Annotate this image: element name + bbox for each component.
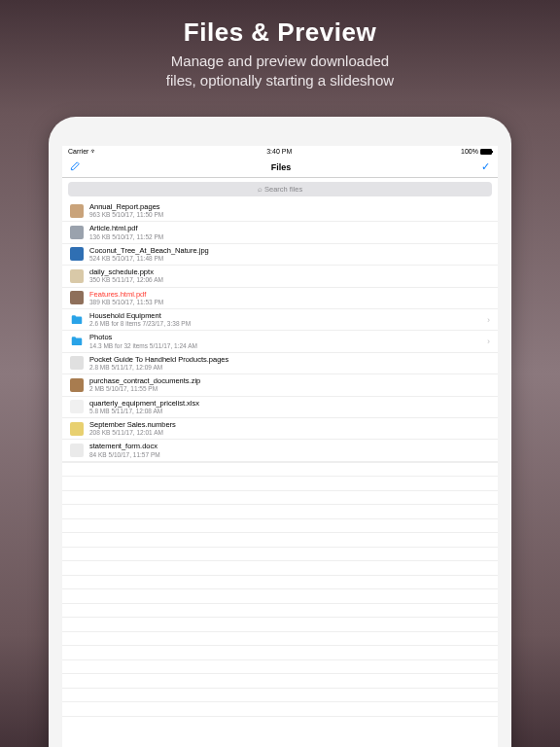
list-item[interactable]: daily_schedule.pptx350 KB 5/11/17, 12:06… bbox=[62, 266, 498, 287]
wifi-icon: ᯤ bbox=[90, 148, 97, 155]
file-detail: 2.6 MB for 8 items 7/23/17, 3:38 PM bbox=[89, 320, 481, 327]
file-detail: 2.8 MB 5/11/17, 12:09 AM bbox=[89, 364, 490, 371]
promo-subtitle: Manage and preview downloaded files, opt… bbox=[19, 52, 541, 89]
file-name: Features.html.pdf bbox=[89, 291, 490, 299]
carrier-label: Carrier bbox=[68, 148, 88, 155]
list-item[interactable]: statement_form.docx84 KB 5/10/17, 11:57 … bbox=[62, 440, 498, 461]
file-detail: 350 KB 5/11/17, 12:06 AM bbox=[89, 276, 490, 283]
file-detail: 84 KB 5/10/17, 11:57 PM bbox=[89, 451, 490, 458]
file-thumbnail bbox=[70, 422, 84, 436]
status-left: Carrier ᯤ bbox=[68, 148, 97, 155]
file-detail: 136 KB 5/10/17, 11:52 PM bbox=[89, 233, 490, 240]
file-detail: 208 KB 5/11/17, 12:01 AM bbox=[89, 429, 490, 436]
file-detail: 14.3 MB for 32 items 5/11/17, 1:24 AM bbox=[89, 342, 481, 349]
file-detail: 963 KB 5/10/17, 11:50 PM bbox=[89, 211, 490, 218]
list-item[interactable]: Household Equipment2.6 MB for 8 items 7/… bbox=[62, 309, 498, 331]
edit-button[interactable] bbox=[70, 160, 81, 173]
screen: Carrier ᯤ 3:40 PM 100% Files ✓ ⌕ Search … bbox=[62, 146, 498, 747]
file-thumbnail bbox=[70, 269, 84, 283]
file-name: Pocket Guide To Handheld Products.pages bbox=[89, 356, 490, 364]
promo-title: Files & Preview bbox=[19, 18, 541, 48]
device-frame: Carrier ᯤ 3:40 PM 100% Files ✓ ⌕ Search … bbox=[49, 117, 511, 747]
file-thumbnail bbox=[70, 400, 84, 413]
file-name: Photos bbox=[89, 334, 481, 341]
file-name: quarterly_equipment_pricelist.xlsx bbox=[89, 400, 490, 408]
search-placeholder: Search files bbox=[264, 185, 302, 194]
file-detail: 389 KB 5/10/17, 11:53 PM bbox=[89, 299, 490, 305]
file-name: September Sales.numbers bbox=[89, 421, 490, 429]
done-button[interactable]: ✓ bbox=[481, 160, 490, 173]
list-item[interactable]: purchase_contract_documents.zip2 MB 5/10… bbox=[62, 374, 498, 396]
file-name: statement_form.docx bbox=[89, 443, 490, 450]
status-right: 100% bbox=[461, 148, 492, 155]
folder-icon bbox=[70, 313, 84, 327]
nav-bar: Files ✓ bbox=[62, 157, 498, 178]
file-name: daily_schedule.pptx bbox=[89, 268, 490, 276]
file-name: Article.html.pdf bbox=[89, 225, 490, 232]
file-name: Household Equipment bbox=[89, 312, 481, 320]
file-name: Annual_Report.pages bbox=[89, 203, 490, 211]
file-detail: 2 MB 5/10/17, 11:55 PM bbox=[89, 385, 490, 392]
file-detail: 5.8 MB 5/11/17, 12:08 AM bbox=[89, 408, 490, 414]
page-title: Files bbox=[271, 162, 292, 172]
list-item[interactable]: Pocket Guide To Handheld Products.pages2… bbox=[62, 353, 498, 374]
battery-percent: 100% bbox=[461, 148, 478, 155]
file-thumbnail bbox=[70, 291, 84, 304]
battery-icon bbox=[480, 149, 492, 155]
list-item[interactable]: quarterly_equipment_pricelist.xlsx5.8 MB… bbox=[62, 397, 498, 418]
search-input[interactable]: ⌕ Search files bbox=[68, 182, 492, 196]
search-icon: ⌕ bbox=[258, 185, 264, 194]
chevron-right-icon: › bbox=[487, 315, 490, 325]
list-item[interactable]: Photos14.3 MB for 32 items 5/11/17, 1:24… bbox=[62, 331, 498, 352]
list-item[interactable]: Coconut_Tree_At_Beach_Nature.jpg524 KB 5… bbox=[62, 244, 498, 266]
file-thumbnail bbox=[70, 444, 84, 457]
file-thumbnail bbox=[70, 226, 84, 239]
file-list[interactable]: Annual_Report.pages963 KB 5/10/17, 11:50… bbox=[62, 200, 498, 747]
file-name: purchase_contract_documents.zip bbox=[89, 377, 490, 385]
list-item[interactable]: September Sales.numbers208 KB 5/11/17, 1… bbox=[62, 418, 498, 440]
list-item[interactable]: Article.html.pdf136 KB 5/10/17, 11:52 PM bbox=[62, 222, 498, 243]
status-bar: Carrier ᯤ 3:40 PM 100% bbox=[62, 146, 498, 157]
folder-icon bbox=[70, 335, 84, 348]
file-name: Coconut_Tree_At_Beach_Nature.jpg bbox=[89, 247, 490, 255]
file-thumbnail bbox=[70, 356, 84, 370]
file-thumbnail bbox=[70, 204, 84, 218]
promo-header: Files & Preview Manage and preview downl… bbox=[0, 0, 560, 101]
list-item[interactable]: Features.html.pdf389 KB 5/10/17, 11:53 P… bbox=[62, 288, 498, 309]
file-detail: 524 KB 5/10/17, 11:48 PM bbox=[89, 255, 490, 262]
chevron-right-icon: › bbox=[487, 337, 490, 346]
clock: 3:40 PM bbox=[266, 148, 292, 155]
list-item[interactable]: Annual_Report.pages963 KB 5/10/17, 11:50… bbox=[62, 200, 498, 222]
file-thumbnail bbox=[70, 378, 84, 392]
file-thumbnail bbox=[70, 247, 84, 261]
